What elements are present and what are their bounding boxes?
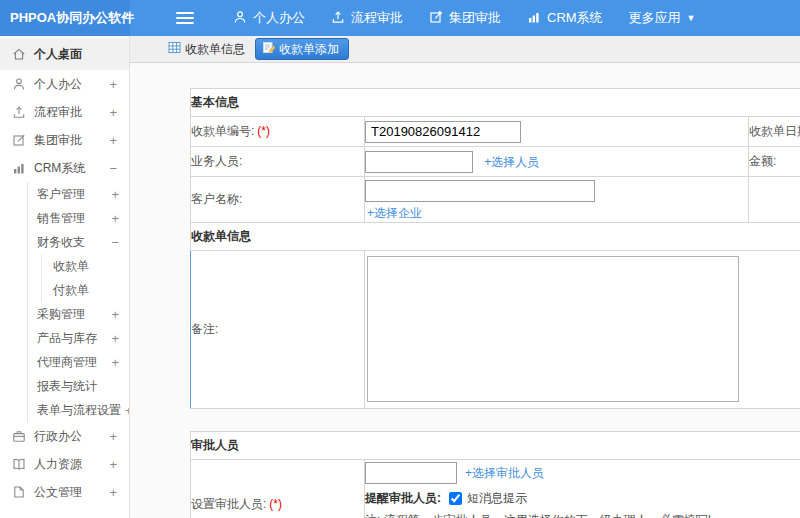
sidebar: 个人桌面 个人办公 + 流程审批 + 集团审批 + CRM系统 − 客户管理 +…	[0, 36, 130, 518]
top-nav: 个人办公 流程审批 集团审批 CRM系统 更多应用 ▼	[220, 0, 709, 36]
expand-toggle[interactable]: +	[107, 331, 119, 346]
expand-toggle[interactable]: +	[107, 355, 119, 370]
select-person-link[interactable]: +选择人员	[484, 155, 539, 169]
receipt-no-input[interactable]	[365, 121, 521, 143]
section-title-basic: 基本信息	[191, 89, 800, 117]
edit-icon	[429, 10, 449, 27]
receipt-no-label: 收款单编号:(*)	[191, 117, 365, 147]
sidebar-item-admin-office[interactable]: 行政办公 +	[0, 422, 129, 450]
expand-toggle[interactable]: +	[105, 457, 117, 472]
sidebar-item-agent-mgmt[interactable]: 代理商管理 +	[28, 350, 129, 374]
sidebar-item-hr[interactable]: 人力资源 +	[0, 450, 129, 478]
crm-submenu: 客户管理 + 销售管理 + 财务收支 − 收款单 付款单 采购管理 + 产品与库…	[27, 182, 129, 422]
required-mark: (*)	[257, 124, 270, 138]
section-title-approval: 审批人员	[191, 432, 800, 460]
select-company-link[interactable]: +选择企业	[367, 205, 748, 222]
doc-icon	[12, 485, 26, 499]
approval-section: 审批人员 设置审批人员:(*) +选择审批人员 提醒审批人员: 短消息提示 注:	[190, 431, 800, 518]
remark-textarea[interactable]	[367, 256, 739, 402]
book-icon	[12, 457, 26, 471]
sidebar-item-group-approval[interactable]: 集团审批 +	[0, 126, 129, 154]
sidebar-item-reports[interactable]: 报表与统计	[28, 374, 129, 398]
chart-icon	[12, 161, 26, 175]
edit-icon	[12, 133, 26, 147]
collapse-toggle[interactable]: −	[105, 161, 117, 176]
nav-more-apps[interactable]: 更多应用 ▼	[616, 0, 709, 36]
receipt-add-form: 基本信息 收款单编号:(*) 收款单日期: 业务人员: +选择人员 金额:	[190, 88, 800, 518]
remind-approver-label: 提醒审批人员:	[365, 490, 441, 507]
receipt-info-section: 收款单信息 备注:	[190, 222, 800, 409]
required-mark: (*)	[269, 497, 282, 511]
sidebar-item-payment[interactable]: 付款单	[42, 278, 129, 302]
expand-toggle[interactable]: +	[105, 133, 117, 148]
sidebar-item-crm-system[interactable]: CRM系统 −	[0, 154, 129, 182]
amount-label: 金额:	[749, 147, 800, 177]
approver-input[interactable]	[365, 462, 457, 484]
chart-icon	[527, 10, 547, 27]
expand-toggle[interactable]: +	[105, 77, 117, 92]
set-approver-label: 设置审批人员:(*)	[191, 460, 365, 518]
receipt-date-label: 收款单日期:	[749, 117, 800, 147]
briefcase-icon	[12, 429, 26, 443]
sidebar-item-workflow-approval[interactable]: 流程审批 +	[0, 98, 129, 126]
expand-toggle[interactable]: +	[105, 105, 117, 120]
remark-label: 备注:	[191, 251, 365, 409]
form-add-icon	[262, 41, 279, 57]
expand-toggle[interactable]: +	[105, 485, 117, 500]
sidebar-item-form-flow-settings[interactable]: 表单与流程设置 +	[28, 398, 129, 422]
sidebar-item-receipt[interactable]: 收款单	[42, 254, 129, 278]
finance-submenu: 收款单 付款单	[41, 254, 129, 302]
basic-info-section: 基本信息 收款单编号:(*) 收款单日期: 业务人员: +选择人员 金额:	[190, 88, 800, 223]
sidebar-item-document-mgmt[interactable]: 公文管理 +	[0, 478, 129, 506]
user-icon	[233, 10, 253, 27]
tab-receipt-info[interactable]: 收款单信息	[168, 41, 245, 58]
sidebar-item-finance[interactable]: 财务收支 −	[28, 230, 129, 254]
expand-toggle[interactable]: +	[107, 187, 119, 202]
expand-toggle[interactable]: +	[107, 307, 119, 322]
select-approver-link[interactable]: +选择审批人员	[465, 465, 544, 482]
customer-name-label: 客户名称:	[191, 177, 365, 223]
expand-toggle[interactable]: +	[107, 211, 119, 226]
user-icon	[12, 77, 26, 91]
expand-toggle[interactable]: +	[105, 429, 117, 444]
home-icon	[12, 47, 26, 61]
sidebar-item-personal-desktop[interactable]: 个人桌面	[0, 38, 129, 70]
hamburger-icon[interactable]	[176, 12, 194, 24]
caret-down-icon: ▼	[687, 13, 696, 23]
sidebar-item-purchase-mgmt[interactable]: 采购管理 +	[28, 302, 129, 326]
approval-note: 注: 流程第一步审批人员，这里选择你的下一级办理人，必需填写!	[365, 512, 800, 518]
sidebar-item-product-inventory[interactable]: 产品与库存 +	[28, 326, 129, 350]
tab-receipt-add[interactable]: 收款单添加	[255, 38, 349, 60]
sidebar-item-personal-office[interactable]: 个人办公 +	[0, 70, 129, 98]
nav-crm-system[interactable]: CRM系统	[514, 0, 616, 36]
main-content: 基本信息 收款单编号:(*) 收款单日期: 业务人员: +选择人员 金额:	[130, 63, 800, 518]
sidebar-item-customer-mgmt[interactable]: 客户管理 +	[28, 182, 129, 206]
nav-group-approval[interactable]: 集团审批	[416, 0, 514, 36]
flow-icon	[12, 105, 26, 119]
flow-icon	[331, 10, 351, 27]
app-header: PHPOA协同办公软件 个人办公 流程审批 集团审批 CRM系统 更多应用 ▼	[0, 0, 800, 36]
section-title-receipt: 收款单信息	[191, 223, 800, 251]
app-logo: PHPOA协同办公软件	[0, 0, 130, 36]
tab-bar: 收款单信息 收款单添加	[130, 36, 800, 63]
salesperson-label: 业务人员:	[191, 147, 365, 177]
salesperson-input	[365, 151, 473, 173]
customer-name-input[interactable]	[365, 180, 595, 202]
sms-notify-checkbox[interactable]	[449, 492, 462, 505]
nav-personal-office[interactable]: 个人办公	[220, 0, 318, 36]
nav-workflow-approval[interactable]: 流程审批	[318, 0, 416, 36]
sms-notify-label: 短消息提示	[467, 490, 527, 507]
sidebar-item-sales-mgmt[interactable]: 销售管理 +	[28, 206, 129, 230]
expand-toggle[interactable]: +	[121, 403, 130, 418]
table-icon	[168, 41, 185, 57]
collapse-toggle[interactable]: −	[107, 235, 119, 250]
